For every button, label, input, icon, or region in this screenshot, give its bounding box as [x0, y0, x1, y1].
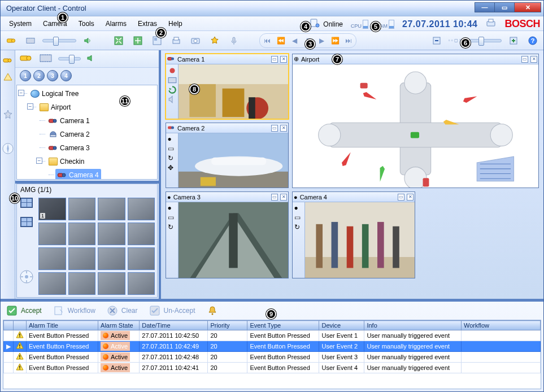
col-type[interactable]: Event Type [247, 321, 319, 330]
amg-cell[interactable] [98, 272, 125, 295]
tab-4[interactable]: 4 [60, 70, 72, 81]
fit-icon[interactable] [130, 34, 145, 47]
menu-camera[interactable]: Camera [38, 18, 72, 29]
audio-icon[interactable] [168, 95, 177, 103]
ptz-icon[interactable]: ✥ [168, 164, 177, 172]
cameo-size-slider[interactable] [468, 39, 502, 42]
playback-button[interactable] [23, 34, 38, 47]
speaker-icon[interactable] [81, 34, 95, 47]
cameo-map[interactable]: ⊕ Airport ▭✕ [292, 54, 539, 188]
clear-button[interactable]: Clear [107, 305, 138, 316]
amg-cell[interactable] [38, 272, 66, 295]
maximize-button[interactable]: ▭ [494, 2, 515, 12]
snapshot-icon[interactable] [188, 34, 203, 47]
amg-cell[interactable] [68, 272, 96, 295]
col-device[interactable]: Device [319, 321, 364, 330]
maximize-cameo-icon[interactable]: ▭ [398, 194, 404, 201]
record-icon[interactable]: ● [168, 135, 177, 143]
amg-cell[interactable] [98, 247, 125, 270]
prev-frame-icon[interactable]: ◀ [288, 35, 301, 46]
close-cameo-icon[interactable]: ✕ [280, 56, 287, 63]
amg-cell[interactable]: 1 [38, 198, 66, 220]
close-cameo-icon[interactable]: ✕ [280, 125, 287, 132]
logical-tree[interactable]: − Logical Tree − Airport [16, 85, 158, 179]
next-frame-icon[interactable]: ▶ [315, 35, 328, 46]
maximize-cameo-icon[interactable]: ▭ [271, 194, 278, 201]
goto-end-icon[interactable]: ⏭ [342, 35, 355, 46]
goto-start-icon[interactable]: ⏮ [261, 35, 273, 46]
menu-tools[interactable]: Tools [73, 18, 99, 29]
bell-button[interactable] [207, 305, 218, 316]
replay-icon[interactable]: ↻ [168, 154, 177, 162]
star-strip-icon[interactable] [2, 109, 14, 120]
alarm-row[interactable]: Event Button PressedActive27.07.2011 10:… [4, 352, 541, 363]
tree-checkin[interactable]: Checkin [46, 155, 86, 168]
menu-alarms[interactable]: Alarms [101, 18, 132, 29]
cameo-camera2[interactable]: Camera 2 ▭✕ ●▭↻✥ [166, 123, 289, 188]
alarm-strip-icon[interactable] [2, 72, 14, 83]
workflow-button[interactable]: Workflow [53, 305, 95, 316]
alarm-list[interactable]: Alarm Title Alarm State Date/Time Priori… [3, 320, 541, 389]
mic-icon[interactable] [227, 34, 241, 47]
menu-system[interactable]: System [4, 18, 37, 29]
col-datetime[interactable]: Date/Time [140, 321, 208, 330]
tree-camera-icon[interactable] [20, 53, 33, 65]
layout-2x2-icon[interactable] [20, 198, 33, 208]
minimize-button[interactable]: — [475, 2, 495, 12]
col-state[interactable]: Alarm State [98, 321, 140, 330]
amg-cell[interactable] [128, 223, 155, 245]
layout-2x2b-icon[interactable] [20, 217, 33, 227]
tree-speaker-icon[interactable] [86, 54, 97, 64]
live-button[interactable] [4, 34, 19, 47]
amg-nav-icon[interactable] [20, 270, 33, 285]
camera-strip-icon[interactable] [2, 55, 14, 66]
alarm-row[interactable]: ▶Event Button PressedActive27.07.2011 10… [4, 341, 541, 352]
step-fwd-icon[interactable]: ⏩ [329, 35, 341, 46]
amg-grid[interactable]: 1 [36, 195, 157, 297]
tab-3[interactable]: 3 [47, 70, 58, 81]
maximize-cameo-icon[interactable]: ▭ [271, 56, 278, 63]
replay-icon[interactable] [168, 85, 177, 93]
amg-cell[interactable] [68, 223, 96, 245]
layout-icon[interactable] [150, 34, 164, 47]
fullscreen-icon[interactable] [111, 34, 126, 47]
amg-cell[interactable] [38, 247, 66, 270]
tree-camera3[interactable]: Camera 3 [46, 142, 92, 154]
print-icon[interactable] [485, 18, 497, 31]
amg-cell[interactable] [128, 272, 155, 295]
amg-cell[interactable] [98, 223, 125, 245]
tree-camera1[interactable]: Camera 1 [46, 115, 92, 127]
close-cameo-icon[interactable]: ✕ [280, 194, 287, 201]
tab-2[interactable]: 2 [33, 70, 45, 81]
min-cameo-icon[interactable] [429, 34, 444, 47]
cameo-camera1[interactable]: Camera 1 ▭ ✕ [166, 54, 289, 119]
compass-strip-icon[interactable] [2, 143, 14, 154]
step-back-icon[interactable]: ⏪ [275, 35, 287, 46]
volume-slider[interactable] [42, 39, 76, 42]
close-button[interactable]: ✕ [514, 2, 541, 12]
maximize-cameo-icon[interactable]: ▭ [521, 56, 528, 63]
amg-cell[interactable] [68, 198, 96, 220]
col-info[interactable]: Info [364, 321, 462, 330]
add-cameo-icon[interactable] [506, 34, 521, 47]
film-icon[interactable] [168, 76, 177, 84]
amg-cell[interactable] [68, 247, 96, 270]
alarm-row[interactable]: Event Button PressedActive27.07.2011 10:… [4, 330, 541, 341]
amg-cell[interactable] [128, 198, 155, 220]
favorite-icon[interactable] [207, 34, 222, 47]
image-window[interactable]: Camera 1 ▭ ✕ [161, 50, 543, 299]
alarm-row[interactable]: Event Button PressedActive27.07.2011 10:… [4, 363, 541, 373]
amg-cell[interactable] [98, 198, 125, 220]
record-icon[interactable] [168, 66, 177, 74]
tree-zoom-slider[interactable] [58, 57, 81, 60]
col-workflow[interactable]: Workflow [462, 321, 541, 330]
tree-airport[interactable]: Airport [37, 101, 73, 114]
close-cameo-icon[interactable]: ✕ [407, 194, 414, 201]
unaccept-button[interactable]: Un-Accept [149, 305, 195, 316]
tree-root[interactable]: Logical Tree [28, 88, 81, 100]
col-priority[interactable]: Priority [208, 321, 247, 330]
amg-cell[interactable] [128, 247, 155, 270]
tree-camera2[interactable]: Camera 2 [46, 128, 92, 141]
amg-cell[interactable] [38, 223, 66, 245]
maximize-cameo-icon[interactable]: ▭ [271, 125, 278, 132]
